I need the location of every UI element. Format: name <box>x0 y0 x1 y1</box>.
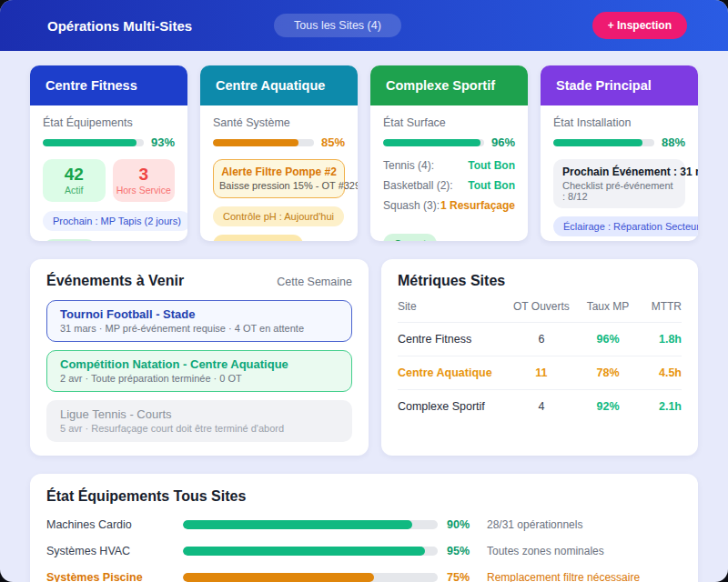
card-centre-aquatique[interactable]: Centre Aquatique Santé Système 85% Alert… <box>200 65 358 241</box>
dashboard-app: Opérations Multi-Sites Tous les Sites (4… <box>0 0 728 582</box>
table-row: Centre Fitness 6 96% 1.8h <box>398 323 682 356</box>
next-event-info: Prochain Événement : 31 mars Checklist p… <box>553 159 685 208</box>
surface-label: Tennis (4): <box>383 159 434 172</box>
event-title: Tournoi Football - Stade <box>60 307 339 321</box>
equipment-panel-title: État Équipements Tous Sites <box>46 488 682 505</box>
equipment-note: Remplacement filtre nécessaire <box>487 571 640 582</box>
system-health-progress: 85% <box>213 135 345 149</box>
cell-taux: 92% <box>577 400 638 413</box>
event-detail: 31 mars · MP pré-événement requise · 4 O… <box>60 323 339 334</box>
equipment-row-hvac: Systèmes HVAC 95% Toutes zones nominales <box>46 545 682 557</box>
progress-fill <box>183 520 412 529</box>
event-detail: 5 avr · Resurfaçage court doit être term… <box>60 423 339 434</box>
col-ot-ouverts: OT Ouverts <box>505 300 577 313</box>
equipment-row-piscine: Systèmes Piscine 75% Remplacement filtre… <box>46 571 682 582</box>
progress-percent: 93% <box>151 135 175 149</box>
surface-row-tennis: Tennis (4): Tout Bon <box>383 159 515 172</box>
event-item-natation[interactable]: Compétition Natation - Centre Aquatique … <box>46 350 352 392</box>
equipment-state-panel: État Équipements Tous Sites Machines Car… <box>30 474 698 582</box>
equipment-note: Toutes zones nominales <box>487 545 604 557</box>
col-site: Site <box>398 300 506 313</box>
next-event-title: Prochain Événement : 31 mars <box>562 166 676 178</box>
progress-percent: 85% <box>321 135 345 149</box>
site-filter-button[interactable]: Tous les Sites (4) <box>274 14 401 37</box>
col-mttr: MTTR <box>639 300 682 313</box>
cell-mttr: 2.1h <box>639 400 682 413</box>
pump-filter-alert: Alerte Filtre Pompe #2 Baisse pression 1… <box>213 159 345 198</box>
active-count: 42 <box>46 165 102 185</box>
status-badge: Ouvert <box>43 239 96 241</box>
out-of-service-label: Hors Service <box>116 185 172 196</box>
site-cards-row: Centre Fitness État Équipements 93% 42 A… <box>30 65 698 241</box>
events-panel-range: Cette Semaine <box>277 276 352 288</box>
progress-fill <box>43 139 136 146</box>
cell-ot: 6 <box>505 333 577 346</box>
cell-site: Centre Aquatique <box>398 366 506 379</box>
surface-row-basketball: Basketball (2): Tout Bon <box>383 179 515 192</box>
cell-ot: 11 <box>505 366 577 379</box>
alert-title: Alerte Filtre Pompe #2 <box>219 166 339 178</box>
equipment-percent: 75% <box>447 571 487 582</box>
next-event-checklist: Checklist pré-événement : 8/12 <box>562 180 676 202</box>
progress-fill <box>183 573 374 582</box>
cell-site: Complexe Sportif <box>398 400 506 413</box>
ph-check-pill: Contrôle pH : Aujourd'hui <box>213 206 344 226</box>
progress-percent: 88% <box>662 135 685 149</box>
event-item-tennis[interactable]: Ligue Tennis - Courts 5 avr · Resurfaçag… <box>46 400 352 442</box>
surface-value: Tout Bon <box>468 159 515 172</box>
equipment-percent: 90% <box>447 518 487 531</box>
equipment-state-label: État Équipements <box>43 116 175 129</box>
cell-mttr: 4.5h <box>639 366 682 379</box>
active-stat: 42 Actif <box>43 159 106 202</box>
metrics-panel-title: Métriques Sites <box>398 273 505 289</box>
progress-fill <box>383 139 480 146</box>
surface-progress: 96% <box>383 135 515 149</box>
installation-progress: 88% <box>553 135 685 149</box>
surface-label: Squash (3): <box>383 199 440 212</box>
equipment-label: Systèmes Piscine <box>46 571 183 582</box>
next-maintenance-pill: Prochain : MP Tapis (2 jours) <box>43 211 187 231</box>
equipment-note: 28/31 opérationnels <box>487 518 582 531</box>
equipment-progress: 93% <box>43 135 175 149</box>
card-complexe-sportif[interactable]: Complexe Sportif État Surface 96% Tennis… <box>370 65 528 241</box>
lighting-repair-pill: Éclairage : Réparation Secteur B <box>553 216 698 236</box>
progress-percent: 96% <box>491 135 515 149</box>
surface-value: 1 Resurfaçage <box>440 199 515 212</box>
card-complexe-sportif-header: Complexe Sportif <box>370 65 528 105</box>
progress-fill <box>553 139 642 146</box>
table-row: Complexe Sportif 4 92% 2.1h <box>398 390 682 423</box>
cell-taux: 96% <box>577 333 638 346</box>
surface-state-label: État Surface <box>383 116 515 129</box>
installation-state-label: État Installation <box>553 116 685 129</box>
card-centre-fitness[interactable]: Centre Fitness État Équipements 93% 42 A… <box>30 65 187 241</box>
surface-label: Basketball (2): <box>383 179 453 192</box>
cell-taux: 78% <box>577 366 638 379</box>
site-metrics-panel: Métriques Sites Site OT Ouverts Taux MP … <box>381 259 698 456</box>
page-title: Opérations Multi-Sites <box>47 18 192 34</box>
top-header: Opérations Multi-Sites Tous les Sites (4… <box>0 0 728 51</box>
cell-site: Centre Fitness <box>398 333 506 346</box>
events-panel-title: Événements à Venir <box>46 273 184 289</box>
table-row: Centre Aquatique 11 78% 4.5h <box>398 356 682 390</box>
card-centre-aquatique-header: Centre Aquatique <box>200 65 358 105</box>
cell-ot: 4 <box>505 400 577 413</box>
equipment-percent: 95% <box>447 545 487 557</box>
equipment-label: Machines Cardio <box>46 518 183 531</box>
equipment-label: Systèmes HVAC <box>46 545 183 557</box>
status-badge: Avertissement <box>213 235 303 241</box>
event-item-football[interactable]: Tournoi Football - Stade 31 mars · MP pr… <box>46 300 352 342</box>
middle-row: Événements à Venir Cette Semaine Tournoi… <box>30 259 698 456</box>
card-stade-principal-header: Stade Principal <box>541 65 698 105</box>
add-inspection-button[interactable]: + Inspection <box>592 12 687 39</box>
out-of-service-stat: 3 Hors Service <box>113 159 176 202</box>
surface-row-squash: Squash (3): 1 Resurfaçage <box>383 199 515 212</box>
surface-value: Tout Bon <box>468 179 515 192</box>
card-stade-principal[interactable]: Stade Principal État Installation 88% Pr… <box>541 65 698 241</box>
active-label: Actif <box>46 185 102 196</box>
event-title: Ligue Tennis - Courts <box>60 407 339 421</box>
alert-subtitle: Baisse pression 15% - OT #3291 <box>219 180 339 191</box>
event-detail: 2 avr · Toute préparation terminée · 0 O… <box>60 373 339 384</box>
card-centre-fitness-header: Centre Fitness <box>30 65 187 105</box>
progress-fill <box>183 547 425 556</box>
metrics-table-header: Site OT Ouverts Taux MP MTTR <box>398 300 682 323</box>
